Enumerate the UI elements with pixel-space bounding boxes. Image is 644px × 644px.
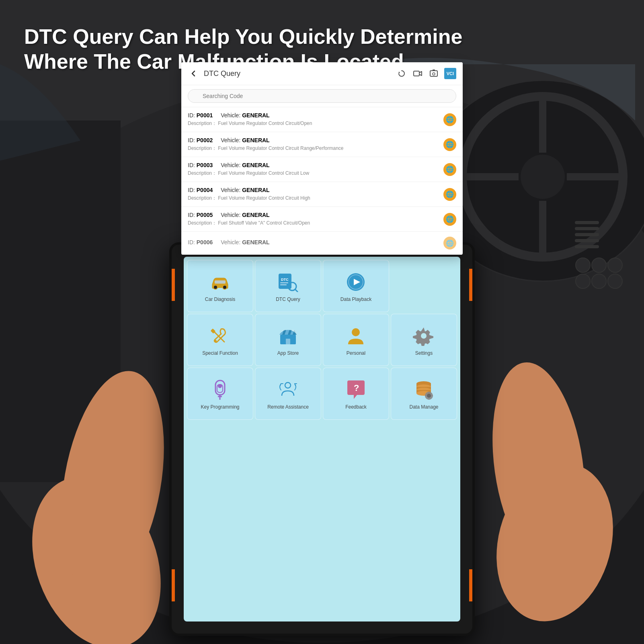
dtc-list-item[interactable]: ID: P0006 Vehicle: GENERAL 🌐 bbox=[181, 232, 463, 255]
svg-point-44 bbox=[352, 328, 360, 336]
dtc-title: DTC Query bbox=[204, 70, 396, 78]
dtc-id-value: P0006 bbox=[197, 239, 213, 245]
dtc-search-input[interactable] bbox=[188, 89, 456, 103]
dtc-description: Description： Fuel Volume Regulator Contr… bbox=[188, 170, 443, 177]
dtc-item-info: ID: P0006 Vehicle: GENERAL bbox=[188, 239, 443, 247]
dtc-globe-icon[interactable]: 🌐 bbox=[443, 163, 456, 176]
dtc-screenshot-icon[interactable] bbox=[428, 68, 439, 79]
dtc-desc-value: Fuel Volume Regulator Control Circuit Ra… bbox=[218, 145, 343, 151]
app-key-programming-label: Key Programming bbox=[201, 404, 239, 410]
app-feedback[interactable]: ? Feedback bbox=[323, 368, 389, 420]
dtc-item-header: ID: P0005 Vehicle: GENERAL bbox=[188, 212, 443, 218]
dtc-id-label: ID: P0004 bbox=[188, 187, 213, 193]
app-car-diagnosis[interactable]: Car Diagnosis bbox=[187, 260, 253, 312]
dtc-globe-icon[interactable]: 🌐 bbox=[443, 213, 456, 226]
dtc-id-label: ID: P0006 bbox=[188, 239, 213, 245]
svg-text:?: ? bbox=[354, 383, 359, 393]
svg-rect-68 bbox=[414, 71, 419, 76]
app-personal[interactable]: Personal bbox=[323, 314, 389, 366]
dtc-back-button[interactable] bbox=[188, 68, 199, 79]
dtc-description: Description： Fuel Shutoff Valve "A" Cont… bbox=[188, 220, 443, 227]
app-data-playback[interactable]: Data Playback bbox=[323, 260, 389, 312]
app-data-manage[interactable]: Data Manage bbox=[391, 368, 457, 420]
dtc-desc-value: Fuel Volume Regulator Control Circuit Lo… bbox=[218, 170, 309, 176]
svg-point-46 bbox=[421, 333, 427, 339]
app-data-playback-label: Data Playback bbox=[340, 296, 371, 302]
svg-point-16 bbox=[576, 258, 590, 272]
dtc-id-value: P0002 bbox=[197, 137, 213, 143]
svg-text:DTC: DTC bbox=[281, 278, 289, 282]
svg-rect-32 bbox=[280, 282, 288, 283]
dtc-vci-badge[interactable]: VCI bbox=[444, 68, 456, 79]
dtc-video-icon[interactable] bbox=[412, 68, 423, 79]
svg-point-21 bbox=[608, 274, 622, 288]
dtc-globe-icon[interactable]: 🌐 bbox=[443, 138, 456, 151]
dtc-id-value: P0005 bbox=[197, 212, 213, 218]
dtc-id-label: ID: P0002 bbox=[188, 137, 213, 143]
dtc-desc-value: Fuel Volume Regulator Control Circuit Hi… bbox=[218, 195, 310, 201]
svg-point-62 bbox=[427, 394, 431, 398]
dtc-list-item[interactable]: ID: P0005 Vehicle: GENERAL Description： … bbox=[181, 207, 463, 232]
dtc-item-header: ID: P0003 Vehicle: GENERAL bbox=[188, 162, 443, 168]
dtc-item-header: ID: P0004 Vehicle: GENERAL bbox=[188, 187, 443, 193]
dtc-list-item[interactable]: ID: P0001 Vehicle: GENERAL Description： … bbox=[181, 107, 463, 132]
svg-point-20 bbox=[592, 274, 606, 288]
tablet-strip-bottom-right bbox=[469, 569, 475, 601]
app-dtc-query[interactable]: DTC DTC Query bbox=[255, 260, 321, 312]
app-personal-label: Personal bbox=[347, 350, 365, 356]
dtc-id-value: P0001 bbox=[197, 112, 213, 119]
dtc-globe-icon[interactable]: 🌐 bbox=[443, 237, 456, 249]
svg-rect-43 bbox=[286, 339, 290, 344]
app-remote-assistance[interactable]: Remote Assistance bbox=[255, 368, 321, 420]
app-car-diagnosis-label: Car Diagnosis bbox=[205, 296, 235, 302]
dtc-id-label: ID: P0003 bbox=[188, 162, 213, 168]
app-store[interactable]: App Store bbox=[255, 314, 321, 366]
dtc-list-item[interactable]: ID: P0004 Vehicle: GENERAL Description： … bbox=[181, 182, 463, 207]
app-data-manage-label: Data Manage bbox=[409, 404, 438, 410]
dtc-item-info: ID: P0004 Vehicle: GENERAL Description： … bbox=[188, 187, 443, 202]
dtc-globe-icon[interactable]: 🌐 bbox=[443, 113, 456, 126]
dtc-search-bar: 🔍 bbox=[181, 85, 463, 107]
app-settings-label: Settings bbox=[415, 350, 433, 356]
dtc-list: ID: P0001 Vehicle: GENERAL Description： … bbox=[181, 107, 463, 255]
svg-point-10 bbox=[521, 155, 565, 199]
tablet-screen: Car Diagnosis DTC DTC Quer bbox=[184, 257, 460, 622]
dtc-id-label: ID: P0005 bbox=[188, 212, 213, 218]
dtc-item-info: ID: P0003 Vehicle: GENERAL Description： … bbox=[188, 162, 443, 177]
dtc-item-header: ID: P0006 Vehicle: GENERAL bbox=[188, 239, 443, 245]
dtc-id-value: P0004 bbox=[197, 187, 213, 193]
app-key-programming[interactable]: Key Programming bbox=[187, 368, 253, 420]
svg-rect-33 bbox=[280, 284, 287, 285]
svg-point-19 bbox=[576, 274, 590, 288]
dtc-description: Description： Fuel Volume Regulator Contr… bbox=[188, 120, 443, 127]
svg-rect-65 bbox=[425, 395, 427, 396]
svg-point-39 bbox=[214, 340, 217, 342]
svg-rect-64 bbox=[429, 398, 429, 400]
app-empty-1 bbox=[391, 260, 457, 312]
dtc-item-info: ID: P0005 Vehicle: GENERAL Description： … bbox=[188, 212, 443, 227]
dtc-id-label: ID: P0001 bbox=[188, 112, 213, 119]
dtc-desc-value: Fuel Shutoff Valve "A" Control Circuit/O… bbox=[218, 220, 310, 226]
svg-point-17 bbox=[592, 258, 606, 272]
tablet-strip-bottom-left bbox=[169, 569, 175, 601]
dtc-vehicle-value: GENERAL bbox=[242, 112, 269, 119]
svg-rect-13 bbox=[575, 233, 599, 236]
dtc-refresh-icon[interactable] bbox=[396, 68, 407, 79]
dtc-vehicle-label: Vehicle: GENERAL bbox=[221, 137, 269, 143]
dtc-list-item[interactable]: ID: P0002 Vehicle: GENERAL Description： … bbox=[181, 132, 463, 157]
dtc-vehicle-label: Vehicle: GENERAL bbox=[221, 239, 269, 245]
app-special-function[interactable]: Special Function bbox=[187, 314, 253, 366]
dtc-item-header: ID: P0002 Vehicle: GENERAL bbox=[188, 137, 443, 143]
svg-rect-14 bbox=[575, 239, 599, 242]
svg-rect-12 bbox=[575, 227, 599, 230]
svg-point-18 bbox=[608, 258, 622, 272]
tablet-strip-top-left bbox=[169, 269, 175, 301]
dtc-list-item[interactable]: ID: P0003 Vehicle: GENERAL Description： … bbox=[181, 157, 463, 182]
dtc-item-info: ID: P0001 Vehicle: GENERAL Description： … bbox=[188, 112, 443, 127]
dtc-vehicle-value: GENERAL bbox=[242, 239, 269, 245]
dtc-desc-value: Fuel Volume Regulator Control Circuit/Op… bbox=[218, 121, 312, 126]
svg-rect-70 bbox=[430, 71, 437, 76]
dtc-globe-icon[interactable]: 🌐 bbox=[443, 188, 456, 201]
dtc-header-icons: VCI bbox=[396, 68, 456, 79]
app-settings[interactable]: Settings bbox=[391, 314, 457, 366]
